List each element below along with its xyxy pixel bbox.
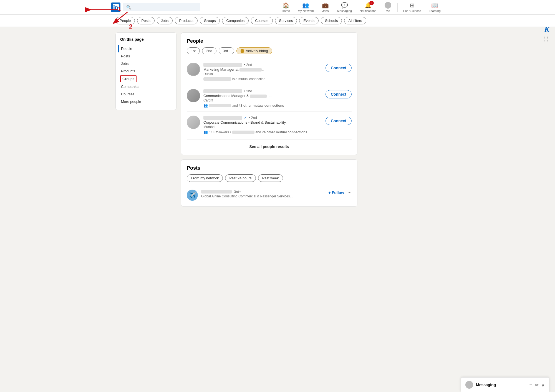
sidebar-item-more-people[interactable]: More people <box>118 98 172 105</box>
mutual-text-2: and 43 other mutual connections <box>232 104 284 108</box>
person-degree-2: • 2nd <box>244 89 252 93</box>
post-info-1: 3rd+ Global Airline Consulting Commercia… <box>201 190 325 198</box>
jobs-icon: 💼 <box>322 2 329 9</box>
person-mutual-2: 👥 and 43 other mutual connections <box>203 103 322 108</box>
mutual-blur-1 <box>203 77 231 81</box>
sidebar-item-posts[interactable]: Posts <box>118 52 172 60</box>
nav-notifications[interactable]: 🔔 5 Notifications <box>356 2 380 12</box>
content: People 1st 2nd 3rd+ Actively hiring <box>181 32 357 211</box>
nav-for-business-label: For Business <box>403 9 421 12</box>
nav-divider <box>397 3 398 12</box>
messaging-title: Messaging <box>476 383 526 387</box>
nav-for-business[interactable]: ⊞ For Business <box>400 2 424 12</box>
nav-me-label: Me <box>386 9 390 12</box>
nav-my-network[interactable]: 👥 My Network <box>294 2 317 12</box>
nav-home[interactable]: 🏠 Home <box>278 2 293 12</box>
person-location-2: Cardiff <box>203 98 322 102</box>
person-degree-1: • 2nd <box>244 63 252 67</box>
nav-jobs-label: Jobs <box>322 9 329 12</box>
k-logo: K <box>544 25 549 34</box>
filter-companies[interactable]: Companies <box>222 17 249 24</box>
person-title-2: Communications Manager & |... <box>203 94 322 98</box>
person-location-1: Dublin <box>203 72 322 76</box>
nav-items: 🏠 Home 👥 My Network 💼 Jobs 💬 Messaging 🔔 <box>278 2 444 12</box>
person-name-blur-2 <box>203 89 242 93</box>
right-panel <box>362 32 440 211</box>
see-all-people-link[interactable]: See all people results <box>249 144 289 149</box>
mutual-text-1: is a mutual connection <box>232 77 265 81</box>
sidebar-item-jobs[interactable]: Jobs <box>118 60 172 67</box>
follow-btn-1[interactable]: + Follow <box>329 190 344 195</box>
messaging-actions: ··· ✏ ∧ <box>529 382 545 388</box>
person-title-3: Corporate Communications - Brand & Susta… <box>203 120 322 124</box>
nav-me[interactable]: Me <box>381 2 395 12</box>
person-row-2: • 2nd Communications Manager & |... Card… <box>187 85 352 112</box>
connect-btn-2[interactable]: Connect <box>326 90 352 98</box>
filter-services[interactable]: Services <box>275 17 297 24</box>
post-actions-1: + Follow ··· <box>329 190 352 195</box>
sidebar-item-groups[interactable]: Groups <box>120 75 137 82</box>
messaging-compose-btn[interactable]: ✏ <box>535 382 539 388</box>
nav-my-network-label: My Network <box>298 9 314 12</box>
header-inner: 🔍 Sustainability 🏠 Home 👥 My Network 💼 J… <box>111 0 444 14</box>
actively-hiring-label: Actively hiring <box>246 49 268 53</box>
person-row-1: • 2nd Marketing Manager at .. Dublin is … <box>187 59 352 85</box>
search-bar[interactable]: 🔍 Sustainability <box>123 3 200 11</box>
more-btn-1[interactable]: ··· <box>347 190 352 195</box>
filter-people[interactable]: People <box>115 17 135 24</box>
connect-btn-3[interactable]: Connect <box>326 117 352 125</box>
messaging-avatar <box>465 381 473 389</box>
sidebar-item-products[interactable]: Products <box>118 67 172 75</box>
messaging-collapse-btn[interactable]: ∧ <box>541 382 545 388</box>
filter-actively-hiring[interactable]: Actively hiring <box>236 47 272 54</box>
filter-1st[interactable]: 1st <box>187 47 200 54</box>
person-name-line-2: • 2nd <box>203 89 322 93</box>
person-name-blur-3 <box>203 116 242 120</box>
messaging-icon: 💬 <box>341 2 348 9</box>
filter-schools[interactable]: Schools <box>321 17 342 24</box>
connect-btn-1[interactable]: Connect <box>326 64 352 72</box>
person-verified-3: ✓ <box>244 116 247 120</box>
person-info-1: • 2nd Marketing Manager at .. Dublin is … <box>203 63 322 81</box>
for-business-icon: ⊞ <box>410 2 415 9</box>
sidebar-item-courses[interactable]: Courses <box>118 90 172 98</box>
search-input[interactable]: Sustainability <box>133 5 197 9</box>
nav-learning[interactable]: 📖 Learning <box>425 2 444 12</box>
main-layout: On this page People Posts Jobs Products … <box>111 32 444 211</box>
nav-messaging[interactable]: 💬 Messaging <box>334 2 355 12</box>
messaging-header[interactable]: Messaging ··· ✏ ∧ <box>461 378 549 392</box>
filter-products[interactable]: Products <box>175 17 197 24</box>
person-mutual-1: is a mutual connection <box>203 77 322 81</box>
sidebar-item-people[interactable]: People <box>118 45 172 52</box>
messaging-more-btn[interactable]: ··· <box>529 382 532 388</box>
filter-courses[interactable]: Courses <box>251 17 273 24</box>
person-info-3: ✓ • 2nd Corporate Communications - Brand… <box>203 116 322 134</box>
filter-from-network[interactable]: From my network <box>187 174 223 182</box>
post-title-text-1: Global Airline Consulting Commercial & P… <box>201 194 325 198</box>
filter-events[interactable]: Events <box>299 17 319 24</box>
nav-jobs[interactable]: 💼 Jobs <box>318 2 333 12</box>
posts-filters: From my network Past 24 hours Past week <box>187 174 352 182</box>
filter-all-filters[interactable]: All filters <box>344 17 366 24</box>
filter-2nd[interactable]: 2nd <box>202 47 216 54</box>
person-location-3: Mumbai <box>203 125 322 129</box>
filter-past-24h[interactable]: Past 24 hours <box>225 174 256 182</box>
filter-posts[interactable]: Posts <box>137 17 155 24</box>
mutual-blur-2 <box>209 104 231 107</box>
notifications-icon: 🔔 5 <box>365 2 372 9</box>
filter-3rd-plus[interactable]: 3rd+ <box>219 47 234 54</box>
sidebar-item-companies[interactable]: Companies <box>118 83 172 90</box>
person-name-line-3: ✓ • 2nd <box>203 116 322 120</box>
post-avatar-1: ✈️ <box>187 190 198 201</box>
mutual-text-3: 11K followers • <box>209 130 231 134</box>
filter-bar-container: People Posts Jobs Products Groups Compan… <box>0 15 555 27</box>
filter-past-week[interactable]: Past week <box>258 174 283 182</box>
filter-groups[interactable]: Groups <box>200 17 220 24</box>
linkedin-logo[interactable] <box>111 2 120 12</box>
nav-home-label: Home <box>282 9 290 12</box>
home-icon: 🏠 <box>282 2 289 9</box>
search-icon: 🔍 <box>126 5 131 9</box>
filter-jobs[interactable]: Jobs <box>157 17 173 24</box>
filter-bar: People Posts Jobs Products Groups Compan… <box>0 15 555 27</box>
avatar-blur-1 <box>187 63 200 76</box>
